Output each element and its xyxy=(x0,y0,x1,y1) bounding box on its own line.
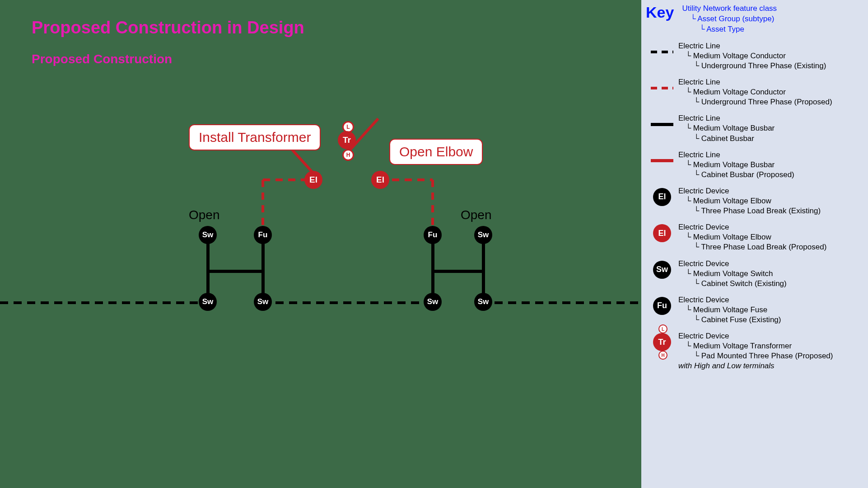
legend-text: Electric DeviceMedium Voltage Transforme… xyxy=(678,331,863,371)
legend-title: Key xyxy=(646,4,674,21)
legend-symbol: Sw xyxy=(646,259,678,281)
node-elbow-proposed: El xyxy=(304,171,322,189)
legend-row: Electric LineMedium Voltage BusbarCabine… xyxy=(646,150,863,180)
node-switch: Sw xyxy=(474,226,492,244)
node-fuse: Fu xyxy=(424,226,442,244)
line-underground-existing xyxy=(0,301,201,304)
legend-row: ElElectric DeviceMedium Voltage ElbowThr… xyxy=(646,222,863,252)
line-busbar xyxy=(482,243,485,295)
line-underground-proposed xyxy=(431,180,434,227)
line-underground-proposed xyxy=(261,180,264,227)
line-busbar xyxy=(261,243,265,295)
legend-row: SwElectric DeviceMedium Voltage SwitchCa… xyxy=(646,259,863,289)
legend-text: Electric LineMedium Voltage BusbarCabine… xyxy=(678,113,863,143)
legend-symbol: LTrH xyxy=(646,331,678,353)
terminal-high: H xyxy=(342,149,354,161)
line-underground-proposed xyxy=(392,178,433,181)
legend-row: LTrHElectric DeviceMedium Voltage Transf… xyxy=(646,331,863,371)
legend-row: FuElectric DeviceMedium Voltage FuseCabi… xyxy=(646,295,863,325)
node-switch: Sw xyxy=(199,226,217,244)
node-elbow-proposed: El xyxy=(371,171,389,189)
legend-text: Electric DeviceMedium Voltage SwitchCabi… xyxy=(678,259,863,289)
legend-symbol: El xyxy=(646,186,678,208)
legend-text: Electric LineMedium Voltage ConductorUnd… xyxy=(678,77,863,107)
legend-text: Electric DeviceMedium Voltage FuseCabine… xyxy=(678,295,863,325)
line-busbar xyxy=(206,243,210,295)
legend-hierarchy: Utility Network feature class Asset Grou… xyxy=(682,4,777,35)
legend-text: Electric DeviceMedium Voltage ElbowThree… xyxy=(678,222,863,252)
line-busbar xyxy=(431,270,485,273)
line-underground-existing xyxy=(275,301,425,304)
legend-symbol xyxy=(646,77,678,99)
legend-row: Electric LineMedium Voltage BusbarCabine… xyxy=(646,113,863,143)
line-underground-proposed xyxy=(263,178,306,181)
legend-text: Electric LineMedium Voltage ConductorUnd… xyxy=(678,41,863,71)
diagram-canvas: Proposed Construction in Design Proposed… xyxy=(0,0,641,488)
legend-symbol: El xyxy=(646,222,678,244)
node-switch: Sw xyxy=(474,293,492,311)
legend-row: ElElectric DeviceMedium Voltage ElbowThr… xyxy=(646,186,863,216)
legend-text: Electric LineMedium Voltage BusbarCabine… xyxy=(678,150,863,180)
callout-open-elbow: Open Elbow xyxy=(389,139,483,165)
label-open: Open xyxy=(189,208,220,222)
legend-symbol xyxy=(646,150,678,172)
legend-text: Electric DeviceMedium Voltage ElbowThree… xyxy=(678,186,863,216)
page-title: Proposed Construction in Design xyxy=(32,18,304,38)
legend-row: Electric LineMedium Voltage ConductorUnd… xyxy=(646,77,863,107)
legend-symbol: Fu xyxy=(646,295,678,317)
node-switch: Sw xyxy=(424,293,442,311)
label-open: Open xyxy=(461,208,492,222)
legend-row: Electric LineMedium Voltage ConductorUnd… xyxy=(646,41,863,71)
line-underground-existing xyxy=(495,301,644,304)
node-transformer-proposed: Tr xyxy=(338,131,356,149)
node-fuse: Fu xyxy=(254,226,272,244)
legend-symbol xyxy=(646,113,678,135)
node-switch: Sw xyxy=(199,293,217,311)
line-busbar xyxy=(431,243,434,295)
legend-panel: Key Utility Network feature class Asset … xyxy=(641,0,868,488)
line-busbar xyxy=(206,270,264,273)
callout-install-transformer: Install Transformer xyxy=(189,124,321,150)
node-switch: Sw xyxy=(254,293,272,311)
page-subtitle: Proposed Construction xyxy=(32,52,172,66)
legend-symbol xyxy=(646,41,678,63)
